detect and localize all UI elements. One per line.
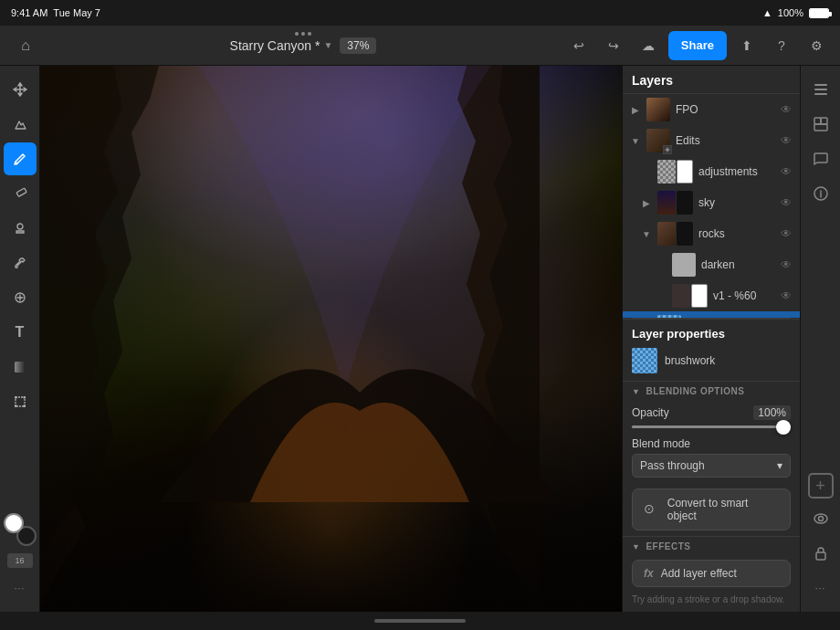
lock-icon[interactable] bbox=[804, 537, 837, 570]
convert-to-smart-object-button[interactable]: ⊙ Convert to smart object bbox=[632, 488, 791, 530]
add-panel-button[interactable]: + bbox=[808, 473, 834, 499]
wifi-icon: ▲ bbox=[762, 7, 772, 18]
selection-tool[interactable] bbox=[4, 108, 37, 141]
eye-panel-icon[interactable] bbox=[804, 502, 837, 535]
layer-name: v1 - %60 bbox=[713, 289, 772, 302]
expand-icon[interactable]: ▼ bbox=[630, 136, 641, 146]
more-panel-icon[interactable]: ··· bbox=[804, 572, 837, 604]
blend-mode-row: Blend mode Pass through ▾ bbox=[623, 434, 800, 483]
opacity-slider-thumb[interactable] bbox=[776, 420, 791, 435]
layer-thumbnail-group bbox=[657, 222, 693, 246]
opacity-label: Opacity bbox=[632, 406, 669, 419]
layer-item[interactable]: ▼ rocks 👁 bbox=[623, 218, 800, 249]
panel-icons: + ··· bbox=[800, 66, 840, 612]
svg-rect-15 bbox=[814, 93, 827, 95]
canvas-area[interactable] bbox=[40, 66, 622, 612]
layer-name: sky bbox=[698, 196, 772, 209]
move-tool[interactable] bbox=[4, 73, 37, 106]
heal-tool[interactable] bbox=[4, 281, 37, 314]
doc-title[interactable]: Starry Canyon * ▼ bbox=[230, 38, 333, 53]
type-tool[interactable]: T bbox=[4, 316, 37, 349]
svg-rect-4 bbox=[15, 362, 26, 373]
svg-rect-14 bbox=[814, 89, 827, 90]
comments-icon[interactable] bbox=[804, 142, 837, 175]
chevron-down-icon: ▼ bbox=[323, 40, 332, 50]
layer-visibility-icon[interactable]: 👁 bbox=[778, 196, 794, 209]
share-button[interactable]: Share bbox=[668, 31, 727, 60]
zoom-level[interactable]: 37% bbox=[340, 37, 376, 54]
export-button[interactable]: ⬆ bbox=[732, 31, 761, 60]
svg-rect-16 bbox=[814, 118, 821, 124]
home-button[interactable]: ⌂ bbox=[9, 29, 42, 62]
info-icon[interactable] bbox=[804, 177, 837, 210]
layers-panel: Layers ▶ FPO 👁 ▼ bbox=[623, 66, 800, 318]
expand-icon[interactable]: ▼ bbox=[641, 229, 652, 239]
layer-thumbnail bbox=[657, 315, 681, 318]
layer-visibility-icon[interactable]: 👁 bbox=[778, 227, 794, 240]
layer-visibility-icon[interactable]: 👁 bbox=[778, 165, 794, 178]
color-swatches[interactable] bbox=[4, 513, 37, 546]
layers-title: Layers bbox=[632, 73, 673, 88]
eyedropper-tool[interactable] bbox=[4, 247, 37, 279]
eraser-tool[interactable] bbox=[4, 177, 37, 210]
transform-tool[interactable] bbox=[4, 385, 37, 418]
layer-name: rocks bbox=[698, 227, 772, 240]
properties-layer-name: brushwork bbox=[665, 354, 715, 367]
expand-icon[interactable]: ▶ bbox=[641, 198, 652, 208]
brush-size-display[interactable]: 16 bbox=[7, 553, 33, 568]
svg-rect-1 bbox=[16, 188, 26, 196]
add-layer-effect-button[interactable]: fx Add layer effect bbox=[632, 560, 791, 587]
layer-visibility-icon[interactable]: 👁 bbox=[778, 289, 794, 302]
gradient-tool[interactable] bbox=[4, 351, 37, 383]
toolbar: ⌂ Starry Canyon * ▼ 37% ↩ ↪ ☁ Share ⬆ ? … bbox=[0, 26, 840, 66]
cloud-button[interactable]: ☁ bbox=[634, 31, 663, 60]
svg-rect-9 bbox=[23, 405, 26, 408]
layers-panel-icon[interactable] bbox=[804, 73, 837, 106]
layers-list[interactable]: ▶ FPO 👁 ▼ Edits 👁 bbox=[623, 94, 800, 318]
properties-icon[interactable] bbox=[804, 108, 837, 141]
svg-rect-18 bbox=[814, 124, 827, 131]
layer-visibility-icon[interactable]: 👁 bbox=[778, 103, 794, 116]
svg-point-20 bbox=[814, 514, 827, 523]
layer-item[interactable]: darken 👁 bbox=[623, 249, 800, 280]
opacity-slider-row[interactable] bbox=[623, 424, 800, 434]
layer-visibility-icon[interactable]: 👁 bbox=[778, 258, 794, 271]
battery-fill bbox=[810, 9, 828, 17]
layer-item-selected[interactable]: brushwork 👁 bbox=[623, 311, 800, 318]
chevron-down-icon: ▼ bbox=[632, 387, 640, 396]
layer-item[interactable]: adjustments 👁 bbox=[623, 156, 800, 187]
more-tools[interactable]: ··· bbox=[4, 572, 37, 604]
layer-visibility-icon[interactable]: 👁 bbox=[778, 134, 794, 147]
settings-button[interactable]: ⚙ bbox=[802, 31, 831, 60]
main-area: T 16 ··· bbox=[0, 66, 840, 612]
layer-item[interactable]: ▼ Edits 👁 bbox=[623, 125, 800, 156]
opacity-slider-track[interactable] bbox=[632, 425, 791, 428]
blending-options-section[interactable]: ▼ BLENDING OPTIONS bbox=[623, 381, 800, 401]
expand-icon[interactable]: ▶ bbox=[630, 105, 641, 115]
svg-point-0 bbox=[15, 163, 17, 165]
toolbar-right: ↩ ↪ ☁ Share ⬆ ? ⚙ bbox=[564, 31, 831, 60]
undo-button[interactable]: ↩ bbox=[564, 31, 593, 60]
brush-tool[interactable] bbox=[4, 142, 37, 175]
toolbar-center: Starry Canyon * ▼ 37% bbox=[49, 37, 557, 54]
blend-mode-select[interactable]: Pass through ▾ bbox=[632, 454, 791, 478]
stamp-tool[interactable] bbox=[4, 212, 37, 245]
layer-item[interactable]: ▶ FPO 👁 bbox=[623, 94, 800, 125]
svg-rect-13 bbox=[814, 84, 827, 86]
effects-section[interactable]: ▼ EFFECTS bbox=[623, 536, 800, 556]
layer-thumbnail-group bbox=[672, 284, 708, 308]
arch-rock bbox=[159, 320, 561, 502]
svg-rect-8 bbox=[15, 405, 17, 408]
layer-item[interactable]: v1 - %60 👁 bbox=[623, 280, 800, 311]
svg-point-21 bbox=[818, 517, 823, 521]
opacity-value[interactable]: 100% bbox=[753, 405, 791, 420]
layer-name: darken bbox=[701, 258, 772, 271]
layer-thumbnail bbox=[646, 129, 670, 152]
svg-rect-17 bbox=[821, 118, 827, 124]
smart-object-icon: ⊙ bbox=[644, 501, 660, 518]
redo-button[interactable]: ↪ bbox=[599, 31, 628, 60]
day: Tue May 7 bbox=[53, 7, 100, 18]
status-right: ▲ 100% bbox=[762, 7, 829, 18]
layer-item[interactable]: ▶ sky 👁 bbox=[623, 187, 800, 218]
help-button[interactable]: ? bbox=[767, 31, 796, 60]
